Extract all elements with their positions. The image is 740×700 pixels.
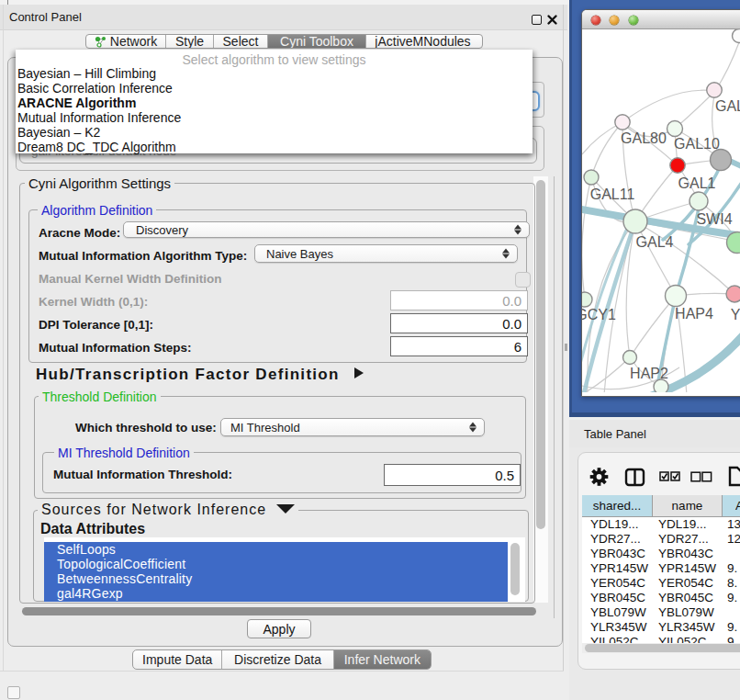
svg-text:GAL11: GAL11 [590,186,635,202]
svg-text:SWI4: SWI4 [696,211,732,227]
svg-text:GCY1: GCY1 [582,307,616,322]
svg-text:GAL1: GAL1 [678,175,716,191]
svg-text:GAL10: GAL10 [674,136,720,152]
svg-text:GAL4: GAL4 [636,234,674,250]
svg-text:HAP2: HAP2 [630,366,668,381]
svg-text:GAL80: GAL80 [621,130,667,146]
svg-text:HAP4: HAP4 [675,306,713,322]
svg-text:GAL: GAL [715,98,740,114]
svg-text:Y: Y [731,307,740,322]
